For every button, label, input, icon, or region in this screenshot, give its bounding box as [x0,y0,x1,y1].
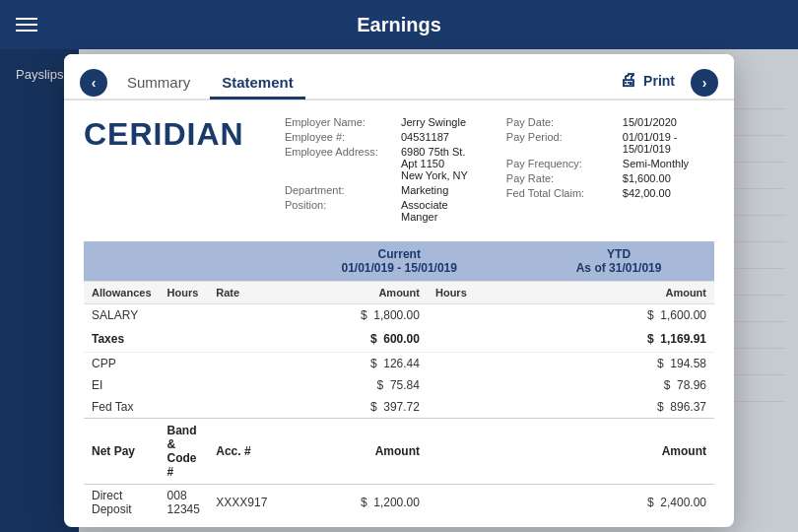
net-pay-acc-col: Acc. # [208,419,275,485]
empty-header-cell [84,241,275,282]
pay-info-col: Pay Date: 15/01/2020 Pay Period: 01/01/0… [506,116,714,226]
period-header-row: Current 01/01/019 - 15/01/019 YTD As of … [84,241,714,282]
pay-rate-value: $1,600.00 [623,172,671,184]
cpp-label: CPP [84,353,160,375]
employee-num-label: Employee #: [285,131,393,143]
direct-deposit-label: Direct Deposit [84,485,160,521]
salary-ytd-amount: $ 1,600.00 [523,304,714,327]
pay-date-label: Pay Date: [506,116,615,128]
print-label: Print [643,73,675,89]
modal-body: CERIDIAN Employer Name: Jerry Swingle Em… [64,100,734,527]
statement-header: CERIDIAN Employer Name: Jerry Swingle Em… [84,116,714,226]
info-columns: Employer Name: Jerry Swingle Employee #:… [285,116,714,226]
fed-tax-label: Fed Tax [84,396,160,419]
pay-frequency-value: Semi-Monthly [623,158,689,169]
employer-name-label: Employer Name: [285,116,393,128]
modal-overlay: ‹ Summary Statement 🖨 Print › CERIDIAN E… [0,49,798,532]
taxes-ytd: $ 1,169.91 [523,326,714,353]
hamburger-menu[interactable] [16,18,37,32]
col-allowances: Allowances [84,282,160,304]
cpp-ytd: $ 194.58 [523,353,714,375]
pay-frequency-label: Pay Frequency: [506,158,615,169]
tab-summary[interactable]: Summary [115,68,202,100]
salary-amount: $ 1,800.00 [275,304,428,327]
net-pay-amount-col: Amount [275,419,428,485]
net-pay-band-col: Band & Code # [160,419,209,485]
col-ytd-hours: Hours [428,282,523,304]
ytd-period-header: YTD As of 31/01/019 [523,241,714,282]
pay-period-value: 01/01/019 - 15/01/019 [623,131,714,155]
cpp-row: CPP $ 126.44 $ 194.58 [84,353,714,375]
pay-period-label: Pay Period: [506,131,615,155]
net-pay-ytd-col: Amount [523,419,714,485]
salary-hours [160,304,209,327]
print-icon: 🖨 [620,70,637,91]
next-button[interactable]: › [691,69,718,97]
col-amount: Amount [275,282,428,304]
pay-date-value: 15/01/2020 [623,116,677,128]
ei-row: EI $ 75.84 $ 78.96 [84,374,714,396]
ei-amount: $ 75.84 [275,374,428,396]
fed-claim-label: Fed Total Claim: [506,187,615,199]
direct-deposit-ytd: $ 2,400.00 [523,485,714,521]
print-button[interactable]: 🖨 Print [612,66,683,95]
pay-rate-label: Pay Rate: [506,172,615,184]
ei-label: EI [84,374,160,396]
cpp-amount: $ 126.44 [275,353,428,375]
taxes-label: Taxes [84,326,160,353]
employee-num-value: 04531187 [401,131,449,143]
direct-deposit-row: Direct Deposit 008 12345 XXXX917 $ 1,200… [84,485,714,521]
col-rate: Rate [208,282,275,304]
address-value: 6980 75th St. Apt 1150 New York, NY [401,146,468,181]
col-hours: Hours [160,282,209,304]
ei-ytd: $ 78.96 [523,374,714,396]
prev-button[interactable]: ‹ [80,69,107,97]
address-label: Employee Address: [285,146,393,181]
employer-info-col: Employer Name: Jerry Swingle Employee #:… [285,116,475,226]
salary-label: SALARY [84,304,160,327]
fed-tax-row: Fed Tax $ 397.72 $ 896.37 [84,396,714,419]
statement-table: Current 01/01/019 - 15/01/019 YTD As of … [84,241,714,520]
fed-tax-ytd: $ 896.37 [523,396,714,419]
department-value: Marketing [401,184,448,196]
department-label: Department: [285,184,393,196]
col-ytd-amount: Amount [523,282,714,304]
net-pay-header-row: Net Pay Band & Code # Acc. # Amount Amou… [84,419,714,485]
salary-ytd-hours [428,304,523,327]
current-period-header: Current 01/01/019 - 15/01/019 [275,241,523,282]
position-label: Position: [285,199,393,223]
salary-row: SALARY $ 1,800.00 $ 1,600.00 [84,304,714,327]
col-header-row: Allowances Hours Rate Amount Hours Amoun… [84,282,714,304]
page-title: Earnings [357,14,441,36]
fed-claim-value: $42,00.00 [623,187,671,199]
tab-statement[interactable]: Statement [210,68,305,100]
taxes-amount: $ 600.00 [275,326,428,353]
top-bar: Earnings [0,0,798,49]
company-logo: CERIDIAN [84,116,261,153]
employer-name-value: Jerry Swingle [401,116,466,128]
direct-deposit-band: 008 12345 [160,485,209,521]
modal-tabs: ‹ Summary Statement 🖨 Print › [64,54,734,100]
modal: ‹ Summary Statement 🖨 Print › CERIDIAN E… [64,54,734,527]
salary-rate [208,304,275,327]
fed-tax-amount: $ 397.72 [275,396,428,419]
position-value: Associate Manger [401,199,475,223]
taxes-section-row: Taxes $ 600.00 $ 1,169.91 [84,326,714,353]
direct-deposit-acc: XXXX917 [208,485,275,521]
direct-deposit-amount: $ 1,200.00 [275,485,428,521]
net-pay-label: Net Pay [84,419,160,485]
